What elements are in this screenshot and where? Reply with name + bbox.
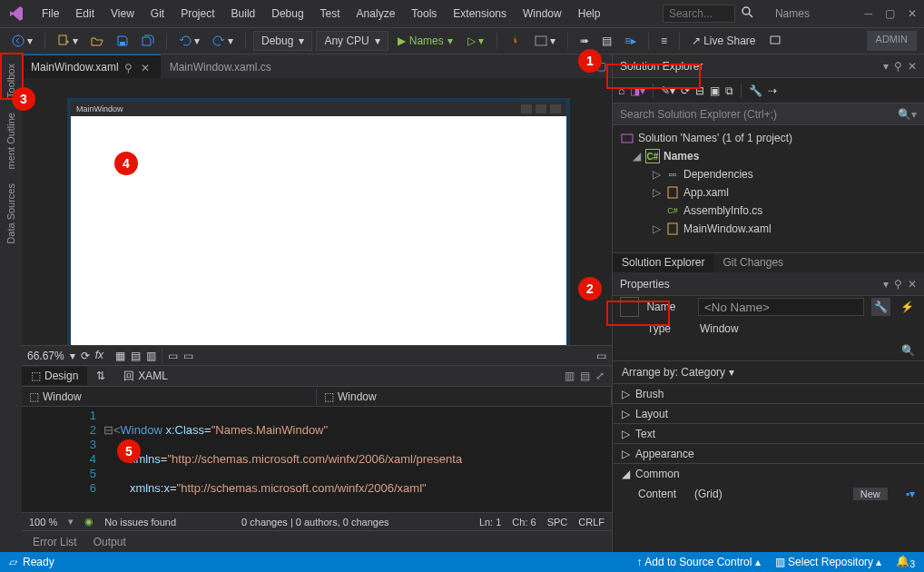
ruler-icon[interactable]: ▭ (183, 350, 193, 362)
zoom-dropdown-icon[interactable]: ▾ (70, 350, 75, 362)
cat-common[interactable]: ◢ Common (613, 463, 924, 483)
start-button[interactable]: ▶ Names ▾ (392, 33, 458, 49)
menu-test[interactable]: Test (313, 4, 348, 24)
save-all-icon[interactable] (137, 32, 159, 50)
code-member-dropdown[interactable]: ⬚ Window (317, 389, 612, 405)
show-all-icon[interactable]: ▣ (710, 84, 720, 97)
hotreload-icon[interactable] (505, 32, 526, 50)
tab-output[interactable]: Output (86, 533, 133, 551)
close-icon[interactable]: ✕ (908, 7, 917, 20)
snap2-icon[interactable]: ▥ (146, 350, 156, 362)
issues-label[interactable]: No issues found (104, 517, 176, 528)
tab-git-changes[interactable]: Git Changes (713, 253, 792, 272)
expand-icon[interactable]: ⤢ (595, 370, 605, 382)
fx-icon[interactable]: fx (95, 349, 110, 363)
notifications-icon[interactable]: 🔔3 (896, 555, 915, 569)
close-icon[interactable]: ✕ (141, 62, 152, 73)
menu-file[interactable]: File (34, 4, 66, 24)
open-icon[interactable] (86, 32, 108, 50)
start-noDebug-button[interactable]: ▷ ▾ (462, 33, 489, 49)
doc-tab-mainwindow-cs[interactable]: MainWindow.xaml.cs (161, 54, 280, 78)
step-icon[interactable]: ➠ (575, 32, 594, 50)
pin-icon[interactable]: ⚲ (894, 278, 902, 291)
tool-icon-1[interactable]: ▤ (597, 32, 616, 50)
split-v-icon[interactable]: ▤ (580, 370, 590, 382)
menu-extensions[interactable]: Extensions (446, 4, 514, 24)
config-dropdown[interactable]: Debug ▾ (253, 31, 312, 51)
search-icon[interactable]: 🔍▾ (898, 108, 917, 121)
code-editor[interactable]: 123456 ⊟<Window x:Class="Names.MainWindo… (22, 407, 612, 512)
zoom-value[interactable]: 66.67% (27, 350, 64, 362)
outdent-icon[interactable]: ≡ (656, 32, 672, 50)
menu-build[interactable]: Build (224, 4, 263, 24)
minimize-icon[interactable]: ─ (864, 7, 872, 20)
tree-node-mainwindow-xaml[interactable]: ▷ MainWindow.xaml (613, 220, 924, 238)
browser-link-icon[interactable]: ▾ (530, 32, 560, 50)
save-icon[interactable] (112, 32, 133, 50)
solution-search[interactable]: Search Solution Explorer (Ctrl+;) 🔍▾ (613, 104, 924, 125)
cat-layout[interactable]: ▷ Layout (613, 403, 924, 423)
code-zoom[interactable]: 100 % (29, 517, 57, 528)
undo-icon[interactable]: ▾ (174, 32, 204, 50)
split-h-icon[interactable]: ▥ (565, 370, 575, 382)
codelens[interactable]: 0 changes | 0 authors, 0 changes (241, 517, 388, 528)
designer-pane[interactable]: MainWindow 66.67% ▾ ⟳ fx ▦ ▤ ▥ ▭ ▭ ▭ (22, 78, 612, 365)
platform-dropdown[interactable]: Any CPU ▾ (316, 31, 388, 51)
arrange-by[interactable]: Arrange by: Category ▾ (613, 361, 924, 383)
cat-text[interactable]: ▷ Text (613, 423, 924, 443)
split-swap-icon[interactable]: ⇅ (87, 367, 114, 385)
pin-icon[interactable]: ⚲ (894, 60, 902, 73)
menu-edit[interactable]: Edit (68, 4, 102, 24)
maximize-icon[interactable]: ▢ (885, 7, 895, 20)
prop-content[interactable]: Content (Grid) New ▪▾ (613, 483, 924, 505)
admin-button[interactable]: ADMIN (867, 31, 917, 51)
reset-icon[interactable]: ▪▾ (906, 488, 915, 500)
menu-project[interactable]: Project (173, 4, 221, 24)
spc[interactable]: SPC (547, 517, 568, 528)
tree-node-solution[interactable]: Solution 'Names' (1 of 1 project) (613, 129, 924, 147)
menu-view[interactable]: View (103, 4, 142, 24)
dropdown-icon[interactable]: ▾ (883, 278, 889, 291)
tree-node-assemblyinfo[interactable]: C# AssemblyInfo.cs (613, 202, 924, 220)
name-field[interactable] (698, 298, 864, 316)
tree-node-dependencies[interactable]: ▷ ▫▫ Dependencies (613, 165, 924, 183)
menu-help[interactable]: Help (571, 4, 608, 24)
close-icon[interactable]: ✕ (908, 60, 917, 73)
indent-icon[interactable]: ≡▸ (620, 32, 641, 50)
left-tab-document-outline[interactable]: ment Outline (3, 105, 19, 176)
search-input[interactable] (663, 5, 735, 23)
pin-icon[interactable]: ⚲ (124, 62, 135, 73)
bounds-icon[interactable]: ▭ (168, 350, 178, 362)
menu-window[interactable]: Window (516, 4, 569, 24)
cat-appearance[interactable]: ▷ Appearance (613, 443, 924, 463)
add-source-control[interactable]: ↑ Add to Source Control ▴ (637, 556, 761, 568)
split-tab-xaml[interactable]: 回 XAML (114, 366, 177, 387)
search-icon[interactable] (741, 5, 757, 22)
snap-icon[interactable]: ▤ (131, 350, 141, 362)
tab-error-list[interactable]: Error List (25, 533, 84, 551)
dropdown-icon[interactable]: ▾ (883, 60, 889, 73)
cat-brush[interactable]: ▷ Brush (613, 383, 924, 403)
events-icon[interactable]: ⚡ (898, 298, 917, 316)
menu-git[interactable]: Git (143, 4, 172, 24)
menu-analyze[interactable]: Analyze (349, 4, 403, 24)
feedback-icon[interactable] (764, 32, 786, 50)
copy-icon[interactable]: ⧉ (725, 84, 733, 97)
new-button[interactable]: New (853, 488, 888, 500)
select-repository[interactable]: ▥ Select Repository ▴ (775, 556, 882, 568)
design-options-icon[interactable]: ▭ (596, 350, 606, 362)
crlf[interactable]: CRLF (578, 517, 605, 528)
close-icon[interactable]: ✕ (908, 278, 917, 291)
redo-icon[interactable]: ▾ (208, 32, 238, 50)
liveshare-button[interactable]: ↗ Live Share (687, 32, 760, 50)
properties-icon[interactable]: 🔧 (749, 84, 762, 97)
left-tab-data-sources[interactable]: Data Sources (3, 176, 19, 251)
menu-debug[interactable]: Debug (264, 4, 310, 24)
designer-canvas[interactable]: MainWindow (71, 102, 566, 358)
refresh-icon[interactable]: ⟳ (81, 350, 90, 362)
tree-node-app-xaml[interactable]: ▷ App.xaml (613, 183, 924, 202)
menu-tools[interactable]: Tools (404, 4, 444, 24)
tree-node-project[interactable]: ◢ C# Names (613, 147, 924, 165)
new-item-icon[interactable]: ▾ (53, 32, 83, 50)
tab-solution-explorer[interactable]: Solution Explorer (613, 253, 713, 272)
